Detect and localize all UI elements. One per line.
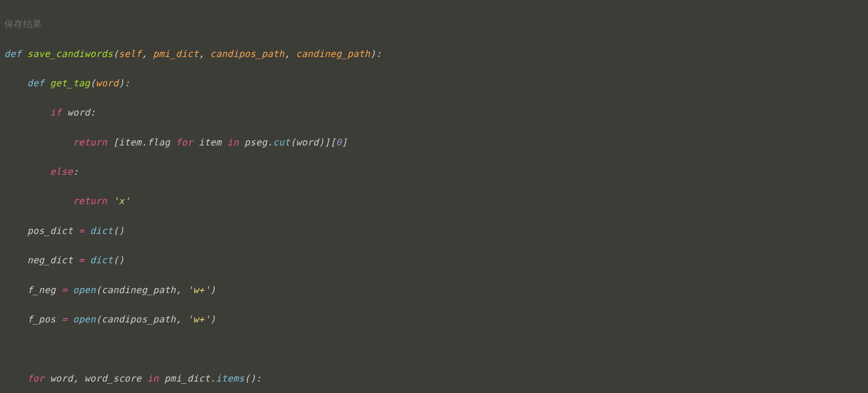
faded-label: 保存结果 [0,17,868,31]
code-line: def save_candiwords(self, pmi_dict, cand… [0,47,868,61]
code-line: return 'x' [0,194,868,208]
code-line: pos_dict = dict() [0,224,868,238]
code-line: if word: [0,105,868,120]
code-line: def get_tag(word): [0,76,868,91]
code-editor: 保存结果 def save_candiwords(self, pmi_dict,… [0,0,868,393]
code-line: return [item.flag for item in pseg.cut(w… [0,135,868,150]
code-line: f_pos = open(candipos_path, 'w+') [0,312,868,327]
code-line: else: [0,164,868,179]
code-line [0,341,868,356]
code-line: f_neg = open(candineg_path, 'w+') [0,283,868,297]
code-line: neg_dict = dict() [0,253,868,268]
code-line: for word, word_score in pmi_dict.items()… [0,371,868,386]
